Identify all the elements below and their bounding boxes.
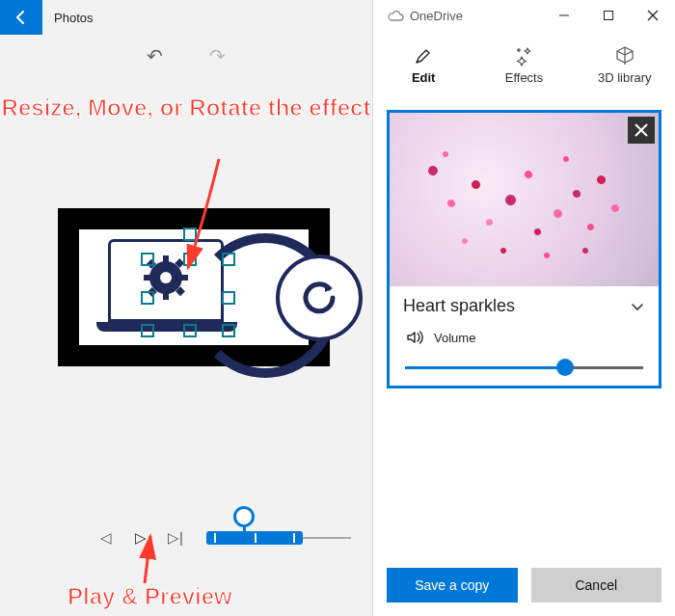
annotation-play-text: Play & Preview bbox=[68, 583, 232, 610]
rotate-arrow-icon bbox=[296, 275, 342, 321]
sparkle-icon bbox=[513, 45, 534, 67]
resize-handle[interactable] bbox=[222, 324, 235, 337]
svg-rect-2 bbox=[163, 255, 169, 263]
minimize-button[interactable] bbox=[542, 0, 586, 31]
save-copy-button[interactable]: Save a copy bbox=[387, 568, 518, 603]
redo-button[interactable]: ↷ bbox=[209, 44, 226, 67]
volume-label: Volume bbox=[434, 331, 475, 345]
maximize-icon bbox=[603, 10, 614, 21]
tab-effects[interactable]: Effects bbox=[473, 31, 574, 98]
close-icon bbox=[634, 122, 649, 138]
app-title: Photos bbox=[54, 11, 93, 25]
playhead[interactable] bbox=[233, 506, 255, 527]
tab-library-label: 3D library bbox=[598, 70, 652, 85]
close-icon bbox=[647, 10, 659, 21]
photos-editor-pane: Photos ↶ ↷ Resize, Move, or Rotate the e… bbox=[0, 0, 372, 616]
svg-rect-3 bbox=[163, 292, 169, 300]
cancel-button[interactable]: Cancel bbox=[531, 568, 662, 603]
tab-edit[interactable]: Edit bbox=[373, 31, 473, 98]
tab-3d-library[interactable]: 3D library bbox=[575, 31, 675, 98]
heart-particle bbox=[610, 203, 620, 213]
effect-name: Heart sparkles bbox=[403, 296, 515, 316]
cube-icon bbox=[614, 45, 635, 67]
effect-header[interactable]: Heart sparkles bbox=[390, 286, 659, 320]
heart-particle bbox=[543, 252, 551, 259]
tab-effects-label: Effects bbox=[505, 70, 544, 85]
svg-rect-4 bbox=[144, 275, 151, 281]
heart-particle bbox=[562, 155, 570, 163]
resize-handle[interactable] bbox=[183, 253, 197, 266]
svg-rect-5 bbox=[180, 275, 188, 281]
video-preview[interactable] bbox=[58, 208, 330, 366]
heart-particle bbox=[572, 189, 581, 199]
annotation-resize-text: Resize, Move, or Rotate the effect bbox=[0, 94, 372, 121]
slider-thumb[interactable] bbox=[556, 359, 574, 376]
close-window-button[interactable] bbox=[631, 0, 675, 31]
panel-tabs: Edit Effects 3D library bbox=[373, 31, 675, 98]
volume-slider[interactable] bbox=[390, 351, 659, 386]
resize-handle[interactable] bbox=[141, 253, 154, 266]
heart-particle bbox=[446, 199, 456, 208]
resize-handle[interactable] bbox=[222, 291, 235, 305]
chevron-down-icon bbox=[630, 299, 645, 314]
heart-particle bbox=[442, 150, 449, 158]
remove-effect-button[interactable] bbox=[628, 117, 655, 144]
rotate-circle-icon[interactable] bbox=[276, 254, 363, 341]
heart-particle bbox=[581, 247, 589, 254]
heart-particle bbox=[596, 174, 608, 186]
left-header: Photos bbox=[0, 0, 372, 35]
heart-particle bbox=[503, 193, 517, 206]
onedrive-indicator[interactable]: OneDrive bbox=[387, 9, 463, 23]
cloud-icon bbox=[387, 10, 404, 21]
minimize-icon bbox=[558, 10, 570, 21]
tab-edit-label: Edit bbox=[412, 70, 436, 85]
panel-footer: Save a copy Cancel bbox=[387, 568, 662, 603]
svg-point-1 bbox=[160, 272, 172, 283]
cloud-label: OneDrive bbox=[410, 9, 463, 23]
heart-particle bbox=[524, 170, 533, 179]
resize-handle[interactable] bbox=[141, 291, 154, 305]
resize-handle[interactable] bbox=[141, 324, 154, 337]
maximize-button[interactable] bbox=[586, 0, 631, 31]
volume-row: Volume bbox=[390, 320, 659, 351]
window-titlebar: OneDrive bbox=[373, 0, 675, 31]
heart-particle bbox=[427, 165, 440, 177]
heart-particle bbox=[471, 179, 482, 191]
pencil-icon bbox=[414, 46, 433, 66]
svg-rect-11 bbox=[605, 12, 613, 20]
arrow-left-icon bbox=[13, 9, 30, 26]
rotate-handle[interactable] bbox=[183, 228, 197, 241]
step-back-button[interactable]: ◁ bbox=[89, 529, 123, 547]
step-forward-button[interactable]: ▷| bbox=[158, 529, 193, 547]
playback-controls: ◁ ▷ ▷| bbox=[0, 514, 372, 562]
undo-redo-bar: ↶ ↷ bbox=[0, 35, 372, 77]
effect-clip-segment[interactable] bbox=[206, 531, 303, 545]
heart-particle bbox=[485, 218, 494, 227]
heart-particle bbox=[553, 208, 564, 220]
play-button[interactable]: ▷ bbox=[123, 529, 158, 547]
back-button[interactable] bbox=[0, 0, 42, 35]
heart-particle bbox=[500, 247, 507, 254]
resize-handle[interactable] bbox=[183, 324, 197, 337]
volume-icon bbox=[405, 328, 424, 347]
effect-thumbnail bbox=[390, 113, 659, 286]
timeline-track[interactable] bbox=[206, 531, 351, 545]
undo-button[interactable]: ↶ bbox=[147, 44, 163, 67]
heart-particle bbox=[586, 223, 595, 231]
heart-particle bbox=[461, 237, 469, 245]
side-panel: OneDrive Edit Effects 3D library Heart s… bbox=[372, 0, 675, 616]
heart-particle bbox=[533, 228, 542, 236]
effect-card: Heart sparkles Volume bbox=[387, 110, 662, 388]
resize-handle[interactable] bbox=[222, 253, 235, 266]
